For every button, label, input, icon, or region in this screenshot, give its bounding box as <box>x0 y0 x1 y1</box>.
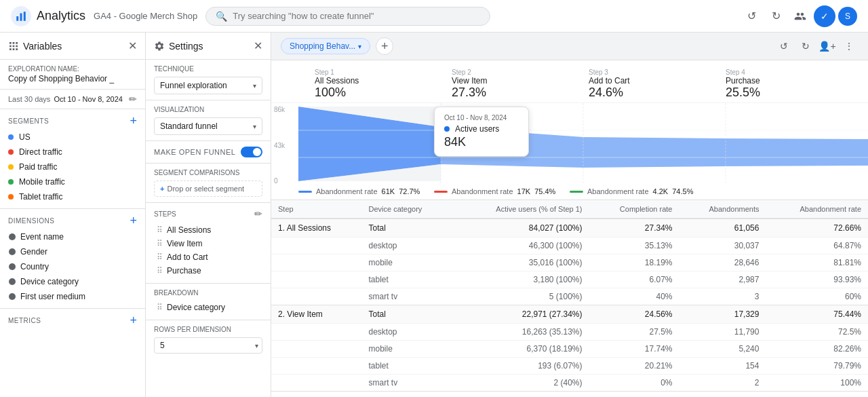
exploration-name-value: Copy of Shopping Behavior _ <box>8 74 137 83</box>
funnel-step-3: Step 3 Add to Cart 24.6% <box>583 66 720 102</box>
technique-select[interactable]: Funnel exploration ▾ <box>154 77 262 94</box>
breakdown-item-label: Device category <box>167 303 225 312</box>
abandon-bar-3 <box>570 191 583 193</box>
segment-item-tablet-traffic[interactable]: Tablet traffic <box>0 189 145 204</box>
col-active-users: Active users (% of Step 1) <box>453 200 589 219</box>
segment-item-paid-traffic[interactable]: Paid traffic <box>0 159 145 174</box>
add-insight-button[interactable]: 👤+ <box>818 37 837 56</box>
search-bar[interactable]: 🔍 <box>205 7 490 26</box>
add-segment-button[interactable]: + <box>130 115 137 127</box>
table-row[interactable]: tablet 193 (6.07%) 20.21% 154 79.79% <box>271 358 868 375</box>
breakdown-label: BREAKDOWN <box>154 289 262 297</box>
table-row[interactable]: tablet 3,180 (100%) 6.07% 2,987 93.93% <box>271 271 868 288</box>
dimension-icon-4 <box>8 278 16 286</box>
segment-dot-us <box>8 134 14 140</box>
col-device: Device category <box>362 200 454 219</box>
step-drag-icon-4: ⠿ <box>157 266 163 276</box>
segment-label-tablet: Tablet traffic <box>19 192 62 202</box>
step-item-view-item[interactable]: ⠿ View Item <box>154 237 262 250</box>
svg-rect-2 <box>24 12 26 21</box>
segment-item-direct-traffic[interactable]: Direct traffic <box>0 145 145 159</box>
avatar: S <box>838 7 857 26</box>
svg-rect-0 <box>16 16 18 21</box>
settings-title: Settings <box>169 41 203 52</box>
segment-item-us[interactable]: US <box>0 130 145 145</box>
abandon-bar-2 <box>434 191 448 193</box>
rows-select[interactable]: 5 10 25 <box>154 337 262 354</box>
abandon-rate-1: Abandonment rate 61K 72.7% <box>298 187 434 195</box>
settings-icon <box>154 41 165 52</box>
col-abandonments: Abandonments <box>679 200 766 219</box>
table-row[interactable]: smart tv 5 (100%) 40% 3 60% <box>271 288 868 305</box>
dimension-first-user-medium[interactable]: First user medium <box>0 289 145 304</box>
abandon-rate-4-placeholder <box>705 187 841 195</box>
dimension-icon-2 <box>8 248 16 256</box>
step-item-all-sessions[interactable]: ⠿ All Sessions <box>154 223 262 237</box>
technique-label: TECHNIQUE <box>154 65 262 73</box>
segment-label-paid: Paid traffic <box>19 162 57 172</box>
step-drag-icon-2: ⠿ <box>157 239 163 248</box>
settings-close-button[interactable]: ✕ <box>254 39 262 52</box>
svg-point-5 <box>9 263 16 270</box>
save-button[interactable]: ✓ <box>814 5 835 27</box>
add-dimension-button[interactable]: + <box>130 214 137 227</box>
variables-panel: Variables ✕ EXPLORATION NAME: Copy of Sh… <box>0 33 146 397</box>
table-row[interactable]: mobile 35,016 (100%) 18.19% 28,646 81.81… <box>271 254 868 271</box>
date-range-edit-icon[interactable]: ✏ <box>129 94 137 105</box>
step-purchase-label: Purchase <box>167 266 201 276</box>
tooltip-dot <box>444 126 450 132</box>
segment-dot-mobile <box>8 179 14 185</box>
breakdown-item[interactable]: ⠿ Device category <box>154 301 262 314</box>
viz-select[interactable]: Standard funnel ▾ <box>154 117 262 135</box>
funnel-tab[interactable]: Shopping Behav... ▾ <box>281 38 370 54</box>
settings-panel: Settings ✕ TECHNIQUE Funnel exploration … <box>146 33 271 397</box>
dimension-icon-5 <box>8 292 16 301</box>
step-drag-icon-3: ⠿ <box>157 252 163 262</box>
undo-button[interactable]: ↺ <box>741 5 762 27</box>
add-tab-button[interactable]: + <box>376 37 393 55</box>
table-row[interactable]: desktop 46,300 (100%) 35.13% 30,037 64.8… <box>271 238 868 254</box>
segment-item-mobile-traffic[interactable]: Mobile traffic <box>0 174 145 189</box>
table-row[interactable]: mobile 6,370 (18.19%) 17.74% 5,240 82.26… <box>271 341 868 358</box>
dimension-device-category[interactable]: Device category <box>0 274 145 289</box>
table-row[interactable]: 1. All Sessions Total 84,027 (100%) 27.3… <box>271 219 868 238</box>
redo-chart-button[interactable]: ↻ <box>796 37 815 56</box>
dimension-gender[interactable]: Gender <box>0 244 145 259</box>
more-options-button[interactable]: ⋮ <box>840 37 859 56</box>
step-drag-icon: ⠿ <box>157 225 163 235</box>
viz-value: Standard funnel <box>160 121 218 131</box>
dimension-country[interactable]: Country <box>0 259 145 274</box>
technique-chevron-icon: ▾ <box>253 82 256 90</box>
table-row[interactable]: 2. View Item Total 22,971 (27.34%) 24.56… <box>271 305 868 324</box>
step-item-add-to-cart[interactable]: ⠿ Add to Cart <box>154 250 262 264</box>
svg-rect-1 <box>20 13 22 20</box>
tooltip-label: Active users <box>455 124 499 134</box>
share-users-button[interactable] <box>789 5 811 27</box>
property-name: GA4 - Google Merch Shop <box>94 11 197 21</box>
tab-label: Shopping Behav... <box>290 41 355 51</box>
main-content: Shopping Behav... ▾ + ↺ ↻ 👤+ ⋮ Step 1 <box>271 33 868 397</box>
analytics-logo <box>11 6 31 26</box>
dimension-icon <box>8 233 16 241</box>
abandon-bar-1 <box>298 191 312 193</box>
step-item-purchase[interactable]: ⠿ Purchase <box>154 264 262 278</box>
search-input[interactable] <box>233 11 480 21</box>
col-completion: Completion rate <box>589 200 679 219</box>
open-funnel-toggle[interactable] <box>241 147 262 157</box>
funnel-step-4: Step 4 Purchase 25.5% <box>720 66 857 102</box>
add-metrics-button[interactable]: + <box>130 314 137 326</box>
segments-label: SEGMENTS <box>8 117 49 125</box>
table-row[interactable]: desktop 16,263 (35.13%) 27.5% 11,790 72.… <box>271 324 868 341</box>
drop-segment-area[interactable]: + Drop or select segment <box>154 181 262 197</box>
undo-chart-button[interactable]: ↺ <box>774 37 793 56</box>
redo-button[interactable]: ↻ <box>765 5 787 27</box>
svg-marker-10 <box>583 137 726 168</box>
funnel-chart: 86k 43k 0 <box>271 103 868 200</box>
technique-value: Funnel exploration <box>160 81 227 90</box>
table-row[interactable]: smart tv 2 (40%) 0% 2 100% <box>271 375 868 392</box>
abandon-rate-3: Abandonment rate 4.2K 74.5% <box>570 187 705 195</box>
dimension-event-name[interactable]: Event name <box>0 229 145 244</box>
viz-label: VISUALIZATION <box>154 106 262 113</box>
variables-close-button[interactable]: ✕ <box>128 39 137 52</box>
steps-edit-button[interactable]: ✏ <box>254 208 262 219</box>
